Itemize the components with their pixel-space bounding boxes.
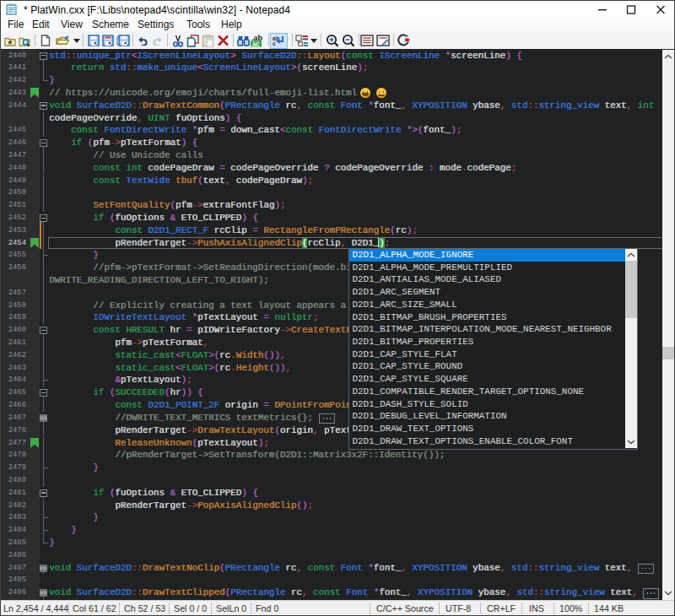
svg-text:ac: ac [251, 39, 260, 46]
svg-text:c: c [273, 41, 276, 46]
